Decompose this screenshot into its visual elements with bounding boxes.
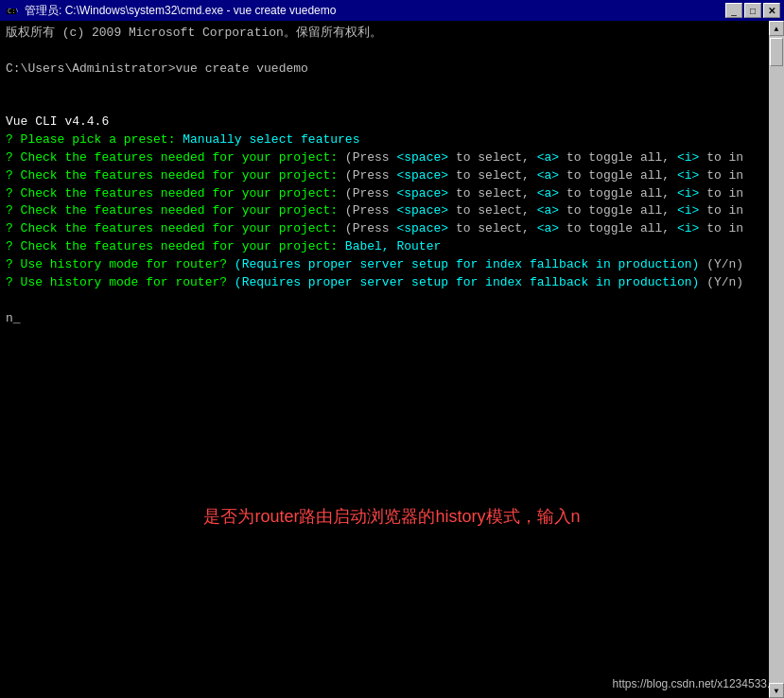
scroll-thumb[interactable]: [770, 38, 783, 66]
scroll-up-button[interactable]: ▲: [769, 21, 784, 36]
annotation-text: 是否为router路由启动浏览器的history模式，输入n: [203, 505, 580, 528]
terminal-line: [6, 79, 763, 96]
cmd-icon: C:\: [4, 3, 19, 18]
terminal-line: ? Check the features needed for your pro…: [6, 238, 763, 256]
scrollbar[interactable]: ▲ ▼: [769, 21, 784, 698]
terminal-line: ? Check the features needed for your pro…: [6, 202, 763, 220]
terminal-line: [6, 292, 763, 310]
terminal-content: 版权所有 (c) 2009 Microsoft Corporation。保留所有…: [0, 21, 769, 698]
terminal-line: Vue CLI v4.4.6: [6, 113, 763, 131]
window-title: 管理员: C:\Windows\system32\cmd.exe - vue c…: [25, 3, 336, 19]
watermark-text: https://blog.csdn.net/x1234533...: [613, 677, 776, 690]
terminal-line: [6, 96, 763, 113]
terminal-line: ? Check the features needed for your pro…: [6, 167, 763, 185]
terminal-line: 版权所有 (c) 2009 Microsoft Corporation。保留所有…: [6, 25, 763, 43]
terminal-line: ? Please pick a preset: Manually select …: [6, 131, 763, 149]
titlebar-left: C:\ 管理员: C:\Windows\system32\cmd.exe - v…: [4, 3, 336, 19]
svg-text:C:\: C:\: [8, 8, 18, 15]
terminal-line: ? Check the features needed for your pro…: [6, 149, 763, 167]
maximize-button[interactable]: □: [744, 3, 761, 18]
minimize-button[interactable]: _: [725, 3, 742, 18]
terminal-line: ? Use history mode for router? (Requires…: [6, 274, 763, 292]
terminal-line: ? Check the features needed for your pro…: [6, 185, 763, 203]
terminal-window[interactable]: 版权所有 (c) 2009 Microsoft Corporation。保留所有…: [0, 21, 784, 698]
titlebar-buttons: _ □ ✕: [725, 3, 780, 18]
titlebar: C:\ 管理员: C:\Windows\system32\cmd.exe - v…: [0, 0, 784, 21]
terminal-line: ? Check the features needed for your pro…: [6, 220, 763, 238]
terminal-line: C:\Users\Administrator>vue create vuedem…: [6, 61, 763, 79]
close-button[interactable]: ✕: [763, 3, 780, 18]
terminal-line: [6, 43, 763, 61]
terminal-line: n_: [6, 310, 763, 328]
terminal-line: ? Use history mode for router? (Requires…: [6, 256, 763, 274]
